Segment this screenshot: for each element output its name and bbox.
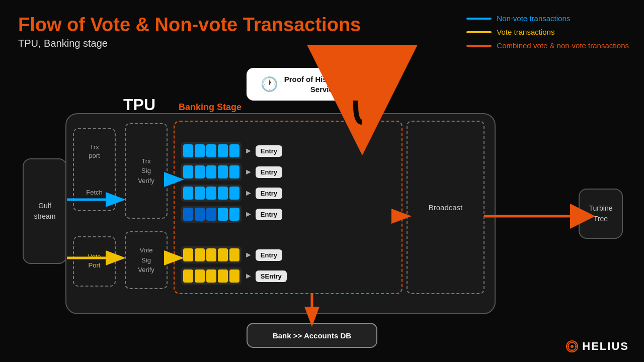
block bbox=[218, 187, 228, 200]
yellow-entry-button-1[interactable]: Entry bbox=[256, 249, 282, 261]
fetch-label: Fetch bbox=[86, 189, 103, 196]
entry-button-2[interactable]: Entry bbox=[256, 166, 282, 178]
svg-point-8 bbox=[571, 345, 574, 348]
gulf-stream-box: Gulfstream bbox=[23, 158, 67, 264]
poh-box: 🕐 Proof of History (PoH)Service bbox=[247, 68, 377, 101]
main-title: Flow of Vote & Non-vote Transactions bbox=[18, 14, 361, 36]
yellow-entry-row-1: ► Entry bbox=[181, 246, 282, 263]
legend-item-blue: Non-vote transactions bbox=[466, 14, 629, 23]
block bbox=[229, 269, 239, 283]
arrow-right-1: ► bbox=[245, 146, 253, 155]
yellow-block-group-2 bbox=[181, 267, 242, 285]
block bbox=[195, 165, 205, 178]
vote-sig-verify-panel: VoteSigVerify bbox=[125, 231, 168, 289]
block-group-2 bbox=[181, 163, 242, 180]
arrow-right-3: ► bbox=[245, 189, 253, 198]
block bbox=[183, 248, 193, 261]
blue-entry-row-2: ► Entry bbox=[181, 163, 282, 180]
block bbox=[218, 269, 228, 283]
block bbox=[218, 248, 228, 261]
block bbox=[195, 269, 205, 283]
gulf-stream-label: Gulfstream bbox=[34, 201, 56, 222]
block bbox=[195, 208, 205, 221]
block bbox=[206, 248, 216, 261]
entry-button-1[interactable]: Entry bbox=[256, 145, 282, 157]
legend-label-red: Combined vote & non-vote transactions bbox=[497, 41, 629, 50]
banking-stage-label: Banking Stage bbox=[179, 102, 242, 113]
block bbox=[229, 208, 239, 221]
entry-button-4[interactable]: Entry bbox=[256, 209, 282, 220]
block bbox=[183, 208, 193, 221]
trx-sig-verify-panel: TrxSigVerify bbox=[125, 123, 168, 219]
bank-db-label: Bank >> Accounts DB bbox=[273, 331, 351, 340]
block bbox=[206, 144, 216, 157]
block bbox=[206, 269, 216, 283]
legend: Non-vote transactions Vote transactions … bbox=[466, 14, 629, 50]
legend-line-yellow bbox=[466, 31, 492, 33]
helius-text-label: HELIUS bbox=[582, 340, 629, 353]
block bbox=[206, 165, 216, 178]
vote-port-label: VotePort bbox=[88, 253, 101, 270]
block bbox=[195, 144, 205, 157]
blue-entry-row-4: ► Entry bbox=[181, 206, 282, 223]
blue-entry-row-3: ► Entry bbox=[181, 185, 282, 202]
turbine-tree-label: TurbineTree bbox=[589, 203, 613, 224]
yellow-entry-row-2: ► SEntry bbox=[181, 267, 287, 285]
legend-line-red bbox=[466, 45, 492, 47]
arrow-right-2: ► bbox=[245, 167, 253, 176]
diagram: 🕐 Proof of History (PoH)Service Gulfstre… bbox=[10, 68, 634, 352]
sub-title: TPU, Banking stage bbox=[18, 38, 361, 49]
block bbox=[229, 187, 239, 200]
block bbox=[218, 208, 228, 221]
block bbox=[206, 187, 216, 200]
block bbox=[218, 144, 228, 157]
broadcast-label: Broadcast bbox=[429, 203, 463, 212]
trx-sig-verify-label: TrxSigVerify bbox=[138, 156, 154, 186]
blue-entry-row-1: ► Entry bbox=[181, 142, 282, 159]
block bbox=[183, 269, 193, 283]
block bbox=[195, 248, 205, 261]
block bbox=[206, 208, 216, 221]
title-section: Flow of Vote & Non-vote Transactions TPU… bbox=[18, 14, 361, 49]
legend-line-blue bbox=[466, 18, 492, 20]
legend-item-red: Combined vote & non-vote transactions bbox=[466, 41, 629, 50]
turbine-tree-box: TurbineTree bbox=[579, 189, 623, 239]
block-group-4 bbox=[181, 206, 242, 223]
bank-db-box: Bank >> Accounts DB bbox=[247, 323, 377, 348]
helius-logo: HELIUS bbox=[566, 340, 629, 353]
legend-item-yellow: Vote transactions bbox=[466, 28, 629, 36]
yellow-entry-button-2[interactable]: SEntry bbox=[256, 270, 287, 282]
tpu-label: TPU bbox=[123, 96, 155, 114]
poh-label: Proof of History (PoH)Service bbox=[284, 74, 364, 94]
vote-port-panel: VotePort bbox=[73, 236, 116, 287]
vote-sig-verify-label: VoteSigVerify bbox=[138, 245, 154, 275]
block bbox=[183, 165, 193, 178]
arrow-right-y1: ► bbox=[245, 250, 253, 259]
trx-port-label: Trxport bbox=[89, 143, 100, 160]
block bbox=[229, 144, 239, 157]
block bbox=[229, 165, 239, 178]
legend-label-yellow: Vote transactions bbox=[497, 28, 554, 36]
block bbox=[195, 187, 205, 200]
helius-icon bbox=[566, 340, 578, 352]
block bbox=[183, 187, 193, 200]
block bbox=[183, 144, 193, 157]
trx-port-panel: Trxport Fetch bbox=[73, 128, 116, 211]
block-group-1 bbox=[181, 142, 242, 159]
block bbox=[229, 248, 239, 261]
broadcast-panel: Broadcast bbox=[407, 121, 485, 294]
block bbox=[218, 165, 228, 178]
yellow-block-group-1 bbox=[181, 246, 242, 263]
block-group-3 bbox=[181, 185, 242, 202]
legend-label-blue: Non-vote transactions bbox=[497, 14, 570, 23]
entry-button-3[interactable]: Entry bbox=[256, 188, 282, 199]
arrow-right-4: ► bbox=[245, 210, 253, 219]
clock-icon: 🕐 bbox=[261, 76, 278, 93]
arrow-right-y2: ► bbox=[245, 272, 253, 281]
